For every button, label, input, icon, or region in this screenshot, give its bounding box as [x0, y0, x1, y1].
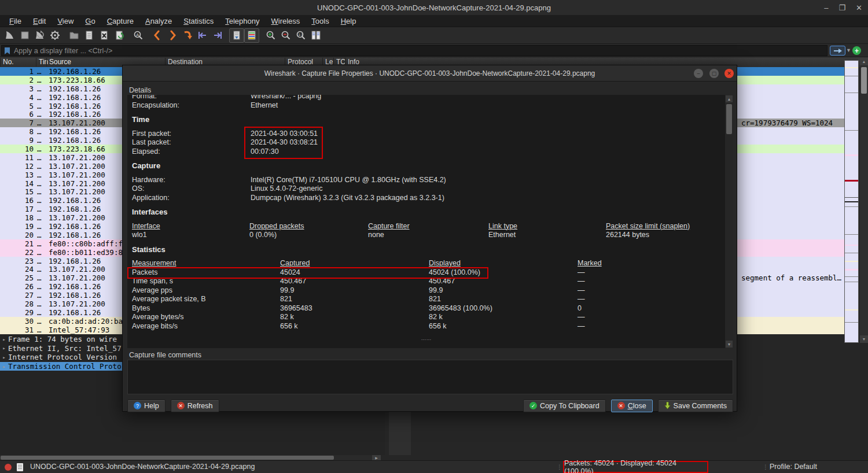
hscrollbar-thumb[interactable] — [1, 456, 334, 460]
menu-edit[interactable]: Edit — [28, 16, 50, 26]
packet-minimap[interactable] — [844, 60, 859, 343]
statistics-header: Measurement — [132, 259, 280, 268]
menu-file[interactable]: File — [5, 16, 26, 26]
column-header-no[interactable]: No. — [0, 58, 14, 66]
save-comments-button[interactable]: Save Comments — [658, 400, 733, 412]
colorize-icon[interactable] — [244, 28, 259, 43]
capture-row: OS:Linux 5.4.0-72-generic — [127, 184, 725, 194]
capture-options-gear-icon[interactable] — [47, 28, 62, 43]
menu-tools[interactable]: Tools — [307, 16, 333, 26]
menu-statistics[interactable]: Statistics — [179, 16, 218, 26]
detail-hscrollbar[interactable]: ▶ — [0, 455, 381, 460]
statistics-row: Time span, s450.467450.467— — [127, 277, 725, 286]
time-row: Elapsed:00:07:30 — [127, 147, 725, 157]
capture-comments-textarea[interactable] — [127, 360, 733, 394]
wireshark-main-window: UNODC-GPC-001-003-JohnDoe-NetworkCapture… — [0, 0, 868, 473]
copy-to-clipboard-button[interactable]: ✓ Copy To Clipboard — [523, 400, 606, 412]
interfaces-header: Interface — [132, 222, 249, 231]
menu-view[interactable]: View — [53, 16, 78, 26]
save-file-icon[interactable] — [82, 28, 97, 43]
go-forward-icon[interactable] — [165, 28, 180, 43]
scrollbar-thumb[interactable] — [861, 67, 867, 94]
expand-triangle-icon[interactable]: ▸ — [0, 354, 8, 360]
statistics-row: Packets4502445024 (100.0%)— — [127, 268, 725, 278]
capture-comment-icon[interactable] — [17, 463, 23, 471]
interfaces-value: 0 (0.0%) — [249, 231, 368, 240]
profile-label[interactable]: Profile: Default — [770, 463, 817, 471]
toolbar-separator — [225, 35, 229, 36]
reload-file-icon[interactable] — [112, 28, 127, 43]
start-capture-fin-icon[interactable] — [2, 28, 17, 43]
minimize-icon[interactable]: – — [824, 3, 828, 12]
open-file-icon[interactable] — [67, 28, 82, 43]
find-packet-icon[interactable]: A — [131, 28, 146, 43]
dialog-scrollbar[interactable]: ▲ ▼ — [725, 95, 733, 348]
window-titlebar: UNODC-GPC-001-003-JohnDoe-NetworkCapture… — [0, 0, 868, 15]
resize-columns-icon[interactable] — [308, 28, 323, 43]
close-x-icon: ✕ — [617, 402, 625, 409]
go-to-packet-icon[interactable] — [180, 28, 195, 43]
close-file-icon[interactable] — [97, 28, 112, 43]
packets-summary: Packets: 45024 · Displayed: 45024 (100.0… — [564, 459, 707, 473]
restart-capture-fin-icon[interactable] — [32, 28, 47, 43]
dialog-scroll-up-icon[interactable]: ▲ — [726, 95, 733, 102]
dialog-scrollbar-thumb[interactable] — [726, 104, 732, 134]
dialog-scroll-down-icon[interactable]: ▼ — [726, 341, 733, 348]
scroll-down-icon[interactable]: ▼ — [860, 335, 868, 343]
help-button[interactable]: ? Help — [127, 400, 165, 412]
detail-row[interactable]: ▸Transmission Control Proto — [0, 362, 123, 371]
go-back-icon[interactable] — [150, 28, 165, 43]
menu-wireless[interactable]: Wireless — [267, 16, 305, 26]
expert-info-icon[interactable] — [5, 464, 12, 471]
interfaces-value: wlo1 — [132, 231, 249, 240]
go-first-icon[interactable] — [195, 28, 210, 43]
expand-triangle-icon[interactable]: ▸ — [0, 337, 8, 342]
svg-text:A: A — [136, 32, 139, 38]
statusbar-filename: UNODC-GPC-001-003-JohnDoe-NetworkCapture… — [30, 463, 255, 471]
toolbar-separator — [127, 35, 131, 36]
statistics-row: Average bytes/s82 k82 k— — [127, 313, 725, 322]
expand-triangle-icon[interactable]: ▸ — [0, 345, 8, 351]
zoom-normal-icon[interactable]: 1:1 — [293, 28, 308, 43]
stop-capture-icon[interactable] — [17, 28, 32, 43]
menu-analyze[interactable]: Analyze — [141, 16, 176, 26]
refresh-button[interactable]: ✕ Refresh — [171, 400, 219, 412]
scroll-right-icon[interactable]: ▶ — [372, 455, 381, 460]
menu-capture[interactable]: Capture — [102, 16, 138, 26]
statistics-header: Marked — [578, 259, 725, 268]
apply-filter-button[interactable] — [830, 46, 845, 56]
menu-go[interactable]: Go — [80, 16, 100, 26]
column-header-source[interactable]: Source — [46, 58, 71, 66]
bookmark-icon — [4, 47, 10, 55]
main-toolbar: A1:1 — [0, 27, 868, 44]
dialog-close-icon[interactable]: ✕ — [724, 69, 734, 78]
filter-dropdown-icon[interactable]: ▼ — [846, 47, 851, 53]
dialog-details-area: Format:Wireshark/... - pcapngEncapsulati… — [127, 95, 725, 348]
details-ellipsis: …… — [127, 334, 725, 343]
close-icon[interactable]: ✕ — [856, 3, 862, 12]
interfaces-value: 262144 bytes — [606, 231, 725, 240]
go-last-icon[interactable] — [210, 28, 225, 43]
dialog-maximize-icon[interactable]: ▢ — [709, 69, 719, 78]
interfaces-value: Ethernet — [488, 231, 606, 240]
maximize-icon[interactable]: ❐ — [838, 3, 845, 12]
statistics-row: Average bits/s656 k656 k— — [127, 322, 725, 331]
interfaces-header: Capture filter — [368, 222, 488, 231]
zoom-out-icon[interactable] — [278, 28, 293, 43]
dialog-minimize-icon[interactable]: – — [694, 69, 703, 78]
file-info-row: Format:Wireshark/... - pcapng — [127, 95, 725, 101]
packet-list-scrollbar[interactable]: ▲ ▼ — [860, 58, 868, 343]
expand-triangle-icon[interactable]: ▸ — [0, 364, 8, 369]
file-info-row: Encapsulation:Ethernet — [127, 101, 725, 110]
menu-telephony[interactable]: Telephony — [220, 16, 264, 26]
interfaces-header: Dropped packets — [249, 222, 368, 231]
close-button[interactable]: ✕ Close — [611, 400, 653, 412]
display-filter-input[interactable]: Apply a display filter ... <Ctrl-/> — [1, 45, 827, 56]
zoom-in-icon[interactable] — [263, 28, 278, 43]
apply-arrow-icon — [834, 49, 842, 53]
menu-help[interactable]: Help — [336, 16, 361, 26]
auto-scroll-icon[interactable] — [229, 28, 244, 43]
scroll-up-icon[interactable]: ▲ — [860, 58, 868, 65]
add-filter-button[interactable]: + — [852, 46, 861, 55]
menu-bar: FileEditViewGoCaptureAnalyzeStatisticsTe… — [0, 15, 868, 27]
